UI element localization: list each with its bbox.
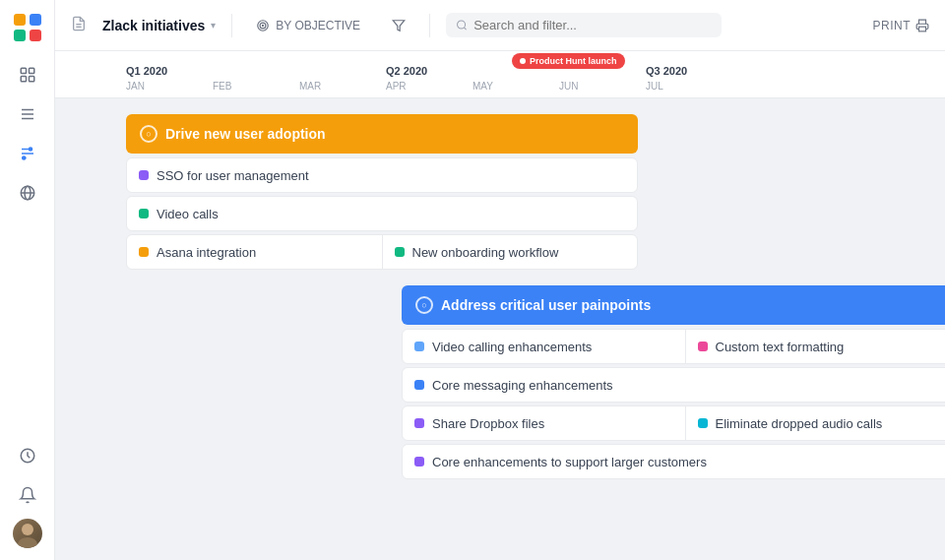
content-area: Q1 2020 JAN FEB MAR Q2 2020 APR MAY Pro	[55, 51, 945, 560]
initiative-row[interactable]: Video calling enhancements Custom text f…	[402, 329, 945, 364]
initiative-label: SSO for user management	[157, 168, 309, 183]
color-dot-purple	[139, 170, 149, 180]
initiative-label: Eliminate dropped audio calls	[716, 416, 883, 431]
svg-point-14	[29, 148, 32, 151]
topbar-chevron-icon: ▾	[211, 20, 216, 31]
sidebar	[0, 0, 55, 560]
svg-rect-5	[29, 68, 33, 73]
sidebar-item-globe[interactable]	[12, 177, 43, 209]
topbar-divider-2	[429, 14, 430, 37]
color-dot-green-2	[395, 247, 405, 257]
color-dot-teal	[698, 418, 708, 428]
initiative-cell: SSO for user management	[127, 158, 637, 192]
svg-point-20	[22, 524, 33, 535]
initiative-cell: Share Dropbox files	[403, 406, 686, 440]
color-dot-pink	[698, 342, 708, 351]
by-objective-button[interactable]: BY OBJECTIVE	[248, 15, 368, 36]
initiative-label: Share Dropbox files	[432, 416, 544, 431]
q3-label: Q3 2020	[646, 65, 906, 77]
svg-rect-1	[30, 14, 41, 26]
color-dot-blue-light	[414, 342, 424, 351]
topbar-divider	[231, 14, 232, 37]
color-dot-blue	[414, 380, 424, 390]
search-input[interactable]	[473, 18, 712, 32]
svg-rect-6	[21, 77, 26, 82]
initiative-cell: Eliminate dropped audio calls	[686, 406, 946, 440]
objective-1-label: Drive new user adoption	[165, 126, 326, 142]
initiative-label: New onboarding workflow	[412, 245, 559, 260]
svg-point-21	[18, 537, 37, 548]
month-jun: JUN	[559, 81, 646, 92]
svg-rect-7	[29, 77, 33, 82]
topbar-right: PRINT	[873, 19, 930, 32]
print-label: PRINT	[873, 19, 912, 32]
svg-rect-4	[21, 68, 26, 73]
objective-2-label: Address critical user painpoints	[441, 297, 651, 313]
month-apr: APR	[386, 81, 472, 92]
initiative-label: Core enhancements to support larger cust…	[432, 455, 707, 469]
initiative-cell: Video calls	[127, 197, 637, 230]
svg-rect-3	[30, 30, 41, 41]
search-box[interactable]	[446, 13, 722, 37]
initiative-cell: Video calling enhancements	[403, 330, 686, 363]
by-objective-label: BY OBJECTIVE	[276, 19, 360, 32]
initiative-label: Video calls	[157, 207, 219, 221]
objective-2-block: ○ Address critical user painpoints Video…	[402, 285, 945, 479]
svg-point-15	[22, 156, 25, 159]
avatar[interactable]	[13, 519, 42, 548]
svg-rect-2	[14, 30, 26, 41]
svg-point-28	[458, 21, 466, 29]
initiative-cell: Asana integration	[127, 235, 383, 269]
initiative-row[interactable]: SSO for user management	[126, 157, 638, 193]
objective-1-icon: ○	[140, 125, 158, 143]
svg-rect-30	[919, 27, 926, 31]
app-logo[interactable]	[12, 12, 43, 43]
initiative-row[interactable]: Core enhancements to support larger cust…	[402, 444, 945, 479]
document-icon	[71, 16, 87, 35]
sidebar-item-timeline[interactable]	[12, 138, 43, 169]
color-dot-purple-2	[414, 418, 424, 428]
svg-marker-27	[393, 20, 405, 31]
objective-1-block: ○ Drive new user adoption SSO for user m…	[126, 114, 638, 270]
today-label: Product Hunt launch	[530, 56, 617, 66]
initiative-row[interactable]: Core messaging enhancements	[402, 367, 945, 403]
initiative-row[interactable]: Asana integration New onboarding workflo…	[126, 234, 638, 270]
initiative-cell: New onboarding workflow	[383, 235, 638, 269]
color-dot-green	[139, 209, 149, 218]
initiative-cell: Core enhancements to support larger cust…	[403, 445, 945, 478]
topbar-title: Zlack initiatives	[102, 18, 205, 33]
month-mar: MAR	[299, 81, 386, 92]
sidebar-item-bell[interactable]	[12, 479, 43, 511]
sidebar-bottom	[12, 440, 43, 548]
svg-point-26	[263, 25, 264, 26]
color-dot-purple-3	[414, 457, 424, 467]
month-feb: FEB	[213, 81, 299, 92]
objective-1-header[interactable]: ○ Drive new user adoption	[126, 114, 638, 154]
initiative-row[interactable]: Video calls	[126, 196, 638, 231]
q1-label: Q1 2020	[126, 65, 386, 77]
month-jan: JAN	[126, 81, 213, 92]
sidebar-item-list[interactable]	[12, 98, 43, 130]
objective-2-header[interactable]: ○ Address critical user painpoints	[402, 285, 945, 325]
today-dot	[520, 58, 526, 64]
objective-2-icon: ○	[415, 296, 433, 314]
initiative-label: Video calling enhancements	[432, 340, 592, 354]
month-jul: JUL	[646, 81, 732, 92]
filter-button[interactable]	[384, 15, 413, 36]
sidebar-item-home[interactable]	[12, 59, 43, 91]
main-content: Zlack initiatives ▾ BY OBJECTIVE PRINT	[55, 0, 945, 560]
initiative-label: Core messaging enhancements	[432, 378, 613, 393]
topbar: Zlack initiatives ▾ BY OBJECTIVE PRINT	[55, 0, 945, 51]
color-dot-yellow	[139, 247, 149, 257]
month-may: MAY Product Hunt launch	[472, 81, 559, 92]
initiative-row[interactable]: Share Dropbox files Eliminate dropped au…	[402, 405, 945, 441]
today-marker: Product Hunt launch	[512, 53, 625, 69]
initiative-label: Custom text formatting	[716, 340, 845, 354]
sidebar-item-clock[interactable]	[12, 440, 43, 471]
svg-line-29	[464, 28, 466, 30]
initiative-label: Asana integration	[157, 245, 256, 260]
initiative-cell: Custom text formatting	[686, 330, 946, 363]
topbar-title-area[interactable]: Zlack initiatives ▾	[102, 18, 216, 33]
print-button[interactable]: PRINT	[873, 19, 930, 32]
initiative-cell: Core messaging enhancements	[403, 368, 945, 402]
